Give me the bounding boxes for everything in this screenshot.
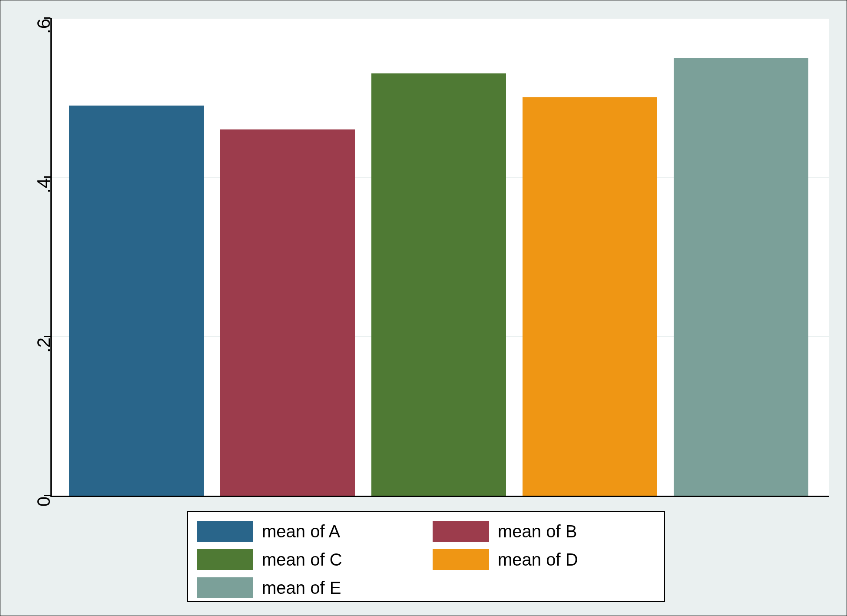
legend-label: mean of C: [262, 550, 342, 570]
bar-A: [69, 106, 204, 496]
legend-label: mean of D: [498, 550, 578, 570]
plot-area: [50, 18, 829, 497]
y-tick-mark: [44, 17, 50, 19]
bar-E: [674, 58, 808, 496]
legend-swatch: [433, 549, 489, 570]
bar-B: [220, 129, 355, 496]
legend-swatch: [197, 549, 253, 570]
y-tick-mark: [44, 176, 50, 178]
gridline: [52, 18, 829, 19]
y-tick-mark: [44, 495, 50, 496]
legend-item-A: mean of A: [197, 518, 420, 544]
legend-swatch: [197, 577, 253, 598]
legend-swatch: [433, 521, 489, 542]
legend-label: mean of B: [498, 522, 577, 541]
bar-D: [523, 97, 657, 496]
legend-swatch: [197, 521, 253, 542]
y-tick-label: 0: [33, 497, 54, 540]
legend-item-C: mean of C: [197, 546, 420, 573]
legend-item-B: mean of B: [433, 518, 655, 544]
y-tick-mark: [44, 336, 50, 337]
legend-label: mean of E: [262, 578, 341, 598]
legend: mean of A mean of B mean of C mean of D …: [187, 511, 665, 602]
chart-container: 0 .2 .4 .6 mean of A mean of B: [0, 0, 847, 616]
legend-label: mean of A: [262, 522, 340, 541]
legend-item-E: mean of E: [197, 575, 420, 601]
legend-item-D: mean of D: [433, 546, 655, 573]
bar-C: [371, 73, 506, 496]
